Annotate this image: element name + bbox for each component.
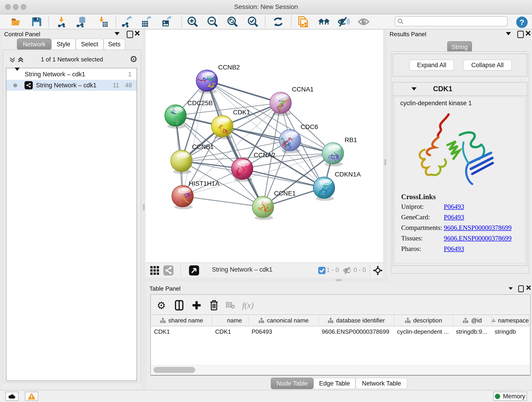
title-bar: Session: New Session — [0, 0, 532, 14]
tab-style[interactable]: Style — [51, 38, 76, 50]
import-network-icon[interactable] — [56, 16, 69, 28]
tab-sets[interactable]: Sets — [104, 38, 125, 50]
save-session-icon[interactable] — [30, 16, 43, 28]
results-panel-close-icon[interactable] — [525, 30, 531, 36]
network-selection-status: 1 of 1 Network selected — [3, 56, 141, 63]
tab-network-table[interactable]: Network Table — [355, 378, 407, 389]
open-session-icon[interactable] — [10, 16, 22, 28]
search-input[interactable] — [404, 18, 507, 25]
tab-node-table[interactable]: Node Table — [271, 378, 313, 389]
hidden-node-edge-counts: 0 - 0 — [354, 267, 366, 274]
collapse-all-button[interactable]: Collapse All — [463, 60, 512, 70]
node-table: shared name name canonical name database… — [151, 314, 529, 366]
compartments-link[interactable]: 9606.ENSP00000378699 — [444, 224, 512, 231]
import-database-icon[interactable] — [75, 16, 88, 28]
export-image-icon[interactable] — [160, 16, 173, 28]
warnings-button[interactable] — [25, 392, 38, 401]
cloud-button[interactable] — [5, 392, 19, 401]
tab-select[interactable]: Select — [76, 38, 104, 50]
control-panel-collapse-icon[interactable] — [114, 32, 120, 35]
genecard-link[interactable]: P06493 — [444, 213, 464, 221]
two-houses-icon[interactable] — [318, 16, 330, 28]
left-splitter-handle[interactable] — [143, 204, 145, 211]
zoom-in-icon[interactable] — [186, 16, 199, 28]
tab-network[interactable]: Network — [17, 38, 51, 50]
zoom-fit-icon[interactable] — [226, 16, 239, 28]
network-row-selected[interactable]: String Network – cdk1 11 48 — [6, 80, 137, 91]
tab-edge-table[interactable]: Edge Table — [313, 378, 355, 389]
right-splitter-handle[interactable] — [384, 159, 386, 166]
column-header-description[interactable]: description — [394, 315, 453, 326]
detach-view-icon[interactable] — [189, 265, 199, 275]
memory-button[interactable]: Memory — [493, 392, 527, 401]
table-panel-close-icon[interactable] — [526, 285, 531, 290]
help-icon[interactable]: ? — [516, 17, 528, 28]
results-panel-float-icon[interactable] — [517, 31, 524, 38]
column-header-id[interactable]: @id — [453, 315, 492, 326]
expand-all-button[interactable]: Expand All — [409, 60, 454, 70]
crosslink-row: Tissues:9606.ENSP00000378699 — [401, 235, 520, 242]
show-all-eye-icon[interactable] — [357, 16, 370, 28]
collection-expand-arrow[interactable] — [15, 71, 20, 78]
tissues-link[interactable]: 9606.ENSP00000378699 — [444, 235, 512, 242]
bottom-splitter-handle[interactable] — [336, 279, 342, 281]
scrollbar-thumb[interactable] — [153, 367, 195, 373]
gene-details: cyclin-dependent kinase 1 CrossLinks — [394, 97, 525, 264]
zoom-selected-icon[interactable] — [247, 16, 259, 28]
table-options-gear-icon[interactable]: ⚙ — [155, 299, 168, 312]
status-bar: Memory — [0, 390, 532, 402]
delete-table-icon[interactable] — [224, 299, 237, 312]
fit-selected-crosshair-icon[interactable] — [373, 265, 383, 275]
column-header-namespace[interactable]: namespace — [492, 315, 529, 326]
table-panel-collapse-icon[interactable] — [508, 287, 513, 290]
warning-icon — [28, 393, 35, 400]
column-header-database-identifier[interactable]: database identifier — [319, 315, 394, 326]
control-panel-float-icon[interactable] — [127, 31, 133, 38]
table-horizontal-scrollbar[interactable] — [151, 365, 529, 375]
network-canvas[interactable]: CCNB2CCNA1CDC25BCDK1CDC6RB1CCNB1CCNA2CDK… — [146, 30, 383, 262]
table-row[interactable]: CDK1 CDK1 P06493 9606.ENSP00000378699 cy… — [151, 326, 529, 337]
gene-collapse-arrow[interactable] — [412, 87, 417, 90]
column-header-canonical-name[interactable]: canonical name — [249, 315, 319, 326]
pharos-link[interactable]: P06493 — [444, 245, 464, 253]
network-overview-icon[interactable] — [163, 265, 173, 275]
column-header-name[interactable]: name — [212, 315, 249, 326]
crosslink-row: Pharos:P06493 — [401, 245, 520, 253]
search-field[interactable] — [395, 16, 507, 26]
network-collection-row[interactable]: String Network – cdk1 1 — [6, 69, 137, 80]
table-panel-float-icon[interactable] — [518, 285, 524, 292]
window-title: Session: New Session — [0, 3, 532, 11]
protein-structure-image — [411, 110, 507, 191]
string-network-icon — [25, 81, 33, 89]
zoom-out-icon[interactable] — [206, 16, 219, 28]
selected-checkbox-icon[interactable] — [317, 265, 327, 275]
gene-section-header[interactable]: CDK1 — [393, 83, 527, 96]
table-header-row: shared name name canonical name database… — [151, 314, 529, 326]
export-table-icon[interactable] — [140, 16, 152, 28]
uniprot-link[interactable]: P06493 — [444, 203, 464, 211]
refresh-icon[interactable] — [272, 16, 284, 28]
network-view-title: String Network – cdk1 — [212, 266, 272, 273]
gene-description: cyclin-dependent kinase 1 — [400, 100, 472, 107]
network-options-gear-icon[interactable]: ⚙ — [130, 54, 138, 64]
node-label-CCNE1: CCNE1 — [274, 190, 296, 197]
toolbar-separator — [265, 16, 266, 27]
hidden-eye-slash-icon[interactable] — [342, 265, 353, 275]
grid-view-icon[interactable] — [150, 265, 160, 275]
tab-string[interactable]: String — [447, 41, 472, 53]
column-header-shared-name[interactable]: shared name — [151, 315, 212, 326]
control-panel-close-icon[interactable] — [134, 30, 140, 36]
export-network-icon[interactable] — [120, 16, 133, 28]
create-column-plus-icon[interactable] — [190, 299, 203, 312]
hide-selected-eye-slash-icon[interactable] — [337, 16, 350, 28]
show-columns-icon[interactable] — [173, 299, 186, 312]
crosslink-row: Uniprot:P06493 — [401, 203, 520, 211]
gene-symbol: CDK1 — [433, 85, 452, 93]
string-network-graph[interactable]: CCNB2CCNA1CDC25BCDK1CDC6RB1CCNB1CCNA2CDK… — [146, 30, 383, 262]
import-table-icon[interactable] — [96, 16, 109, 28]
results-panel-collapse-icon[interactable] — [506, 32, 511, 35]
delete-columns-trash-icon[interactable] — [208, 299, 220, 312]
node-label-CCNA2: CCNA2 — [254, 152, 275, 159]
copy-network-style-icon[interactable] — [297, 16, 309, 28]
function-builder-icon[interactable]: f(x) — [241, 299, 254, 312]
